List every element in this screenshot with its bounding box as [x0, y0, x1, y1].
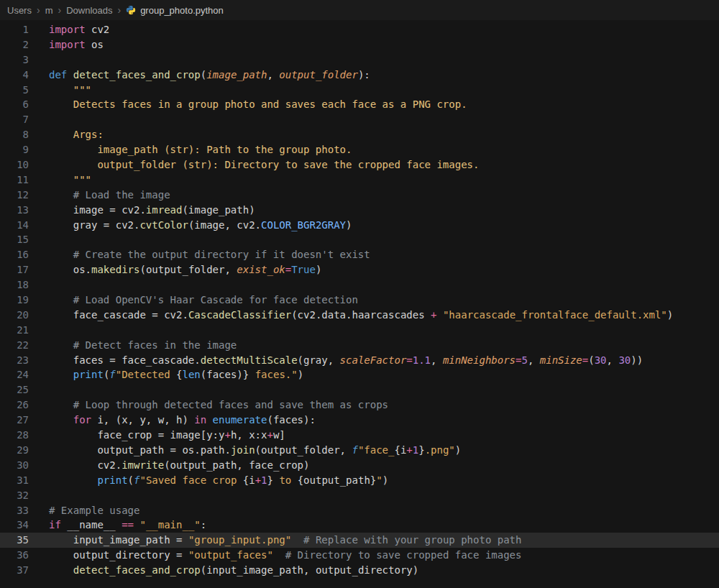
line-number[interactable]: 11	[0, 173, 29, 188]
code-line[interactable]: 7	[0, 112, 719, 127]
code-line[interactable]: 3	[0, 52, 719, 68]
code-line[interactable]: 36 output_directory = "output_faces" # D…	[0, 548, 719, 563]
line-number[interactable]: 35	[0, 533, 29, 548]
line-number[interactable]: 24	[0, 367, 29, 382]
line-number[interactable]: 22	[0, 338, 29, 353]
line-number[interactable]: 10	[0, 157, 29, 173]
code-line[interactable]: 24 print(f"Detected {len(faces)} faces."…	[0, 367, 719, 382]
line-number[interactable]: 34	[0, 518, 29, 533]
editor[interactable]: 1import cv22import os34def detect_faces_…	[0, 20, 719, 588]
code-line[interactable]: 25	[0, 382, 719, 398]
line-number[interactable]: 18	[0, 277, 29, 293]
line-content: for i, (x, y, w, h) in enumerate(faces):	[29, 413, 719, 428]
line-number[interactable]: 27	[0, 413, 29, 428]
code-line[interactable]: 33# Example usage	[0, 503, 719, 518]
line-number[interactable]: 3	[0, 52, 29, 68]
line-number[interactable]: 33	[0, 503, 29, 518]
code-line[interactable]: 37 detect_faces_and_crop(input_image_pat…	[0, 563, 719, 578]
code-line[interactable]: 28 face_crop = image[y:y+h, x:x+w]	[0, 428, 719, 443]
code-token: os	[86, 39, 104, 50]
code-token: "haarcascade_frontalface_default.xml"	[443, 309, 667, 321]
line-number[interactable]: 21	[0, 323, 29, 338]
code-line[interactable]: 32	[0, 488, 719, 503]
code-line[interactable]: 9 image_path (str): Path to the group ph…	[0, 142, 719, 157]
code-line[interactable]: 1import cv2	[0, 22, 719, 37]
code-line[interactable]: 11 """	[0, 173, 719, 188]
code-line[interactable]: 18	[0, 277, 719, 293]
line-number[interactable]: 7	[0, 112, 29, 127]
code-token: "__main__"	[139, 519, 200, 530]
line-number[interactable]: 32	[0, 488, 29, 503]
code-token: (	[588, 354, 594, 366]
code-token: (image, cv2.	[188, 219, 261, 231]
line-number[interactable]: 15	[0, 232, 29, 247]
line-number[interactable]: 2	[0, 37, 29, 52]
code-line[interactable]: 12 # Load the image	[0, 188, 719, 203]
line-number[interactable]: 31	[0, 473, 29, 488]
code-line[interactable]: 14 gray = cv2.cvtColor(image, cv2.COLOR_…	[0, 218, 719, 233]
code-line[interactable]: 10 output_folder (str): Directory to sav…	[0, 157, 719, 173]
code-line[interactable]: 19 # Load OpenCV's Haar Cascade for face…	[0, 293, 719, 308]
code-line[interactable]: 20 face_cascade = cv2.CascadeClassifier(…	[0, 308, 719, 323]
code-token: ,	[607, 354, 619, 366]
breadcrumb-item-downloads[interactable]: Downloads	[66, 5, 112, 16]
code-token: for	[73, 414, 91, 426]
code-line[interactable]: 26 # Loop through detected faces and sav…	[0, 398, 719, 413]
code-line[interactable]: 21	[0, 323, 719, 338]
code-line[interactable]: 27 for i, (x, y, w, h) in enumerate(face…	[0, 413, 719, 428]
line-number[interactable]: 9	[0, 142, 29, 157]
code-line[interactable]: 6 Detects faces in a group photo and sav…	[0, 97, 719, 112]
code-token: }	[418, 444, 424, 456]
code-token: faces."	[249, 369, 297, 380]
line-number[interactable]: 20	[0, 308, 29, 323]
code-line[interactable]: 8 Args:	[0, 127, 719, 142]
line-number[interactable]: 17	[0, 262, 29, 277]
line-number[interactable]: 8	[0, 127, 29, 142]
code-token: input_image_path =	[49, 534, 188, 546]
code-line[interactable]: 29 output_path = os.path.join(output_fol…	[0, 443, 719, 458]
code-line[interactable]: 17 os.makedirs(output_folder, exist_ok=T…	[0, 262, 719, 277]
line-number[interactable]: 4	[0, 68, 29, 83]
line-number[interactable]: 37	[0, 563, 29, 578]
chevron-right-icon: ›	[58, 5, 61, 15]
code-line[interactable]: 16 # Create the output directory if it d…	[0, 247, 719, 262]
code-line-current[interactable]: 35 input_image_path = "group_input.png" …	[0, 533, 719, 548]
breadcrumb-item-file[interactable]: group_photo.python	[126, 5, 224, 16]
line-number[interactable]: 1	[0, 22, 29, 37]
code-line[interactable]: 2import os	[0, 37, 719, 52]
breadcrumb-item-m[interactable]: m	[45, 5, 53, 16]
code-token: (faces):	[267, 414, 315, 426]
code-line[interactable]: 31 print(f"Saved face crop {i+1} to {out…	[0, 473, 719, 488]
code-token: print	[73, 369, 104, 380]
code-token: CascadeClassifier	[188, 309, 291, 321]
line-number[interactable]: 13	[0, 203, 29, 218]
code-line[interactable]: 22 # Detect faces in the image	[0, 338, 719, 353]
code-line[interactable]: 23 faces = face_cascade.detectMultiScale…	[0, 353, 719, 368]
code-token: image_path (str): Path to the group phot…	[49, 144, 352, 155]
line-number[interactable]: 25	[0, 382, 29, 398]
line-content: print(f"Detected {len(faces)} faces.")	[29, 367, 719, 382]
code-line[interactable]: 34if __name__ == "__main__":	[0, 518, 719, 533]
code-token: f	[109, 369, 115, 380]
line-number[interactable]: 14	[0, 218, 29, 233]
line-number[interactable]: 16	[0, 247, 29, 262]
line-number[interactable]: 5	[0, 83, 29, 98]
breadcrumb-item-users[interactable]: Users	[7, 5, 32, 16]
code-line[interactable]: 30 cv2.imwrite(output_path, face_crop)	[0, 458, 719, 473]
line-number[interactable]: 26	[0, 398, 29, 413]
line-number[interactable]: 23	[0, 353, 29, 368]
line-number[interactable]: 36	[0, 548, 29, 563]
code-line[interactable]: 5 """	[0, 83, 719, 98]
code-line[interactable]: 4def detect_faces_and_crop(image_path, o…	[0, 68, 719, 83]
code-token: )	[298, 369, 303, 380]
code-line[interactable]: 13 image = cv2.imread(image_path)	[0, 203, 719, 218]
line-number[interactable]: 30	[0, 458, 29, 473]
line-number[interactable]: 12	[0, 188, 29, 203]
code-line[interactable]: 15	[0, 232, 719, 247]
line-number[interactable]: 19	[0, 293, 29, 308]
code-token: join	[231, 444, 255, 456]
line-number[interactable]: 28	[0, 428, 29, 443]
code-token: len	[182, 369, 200, 380]
line-number[interactable]: 6	[0, 97, 29, 112]
line-number[interactable]: 29	[0, 443, 29, 458]
